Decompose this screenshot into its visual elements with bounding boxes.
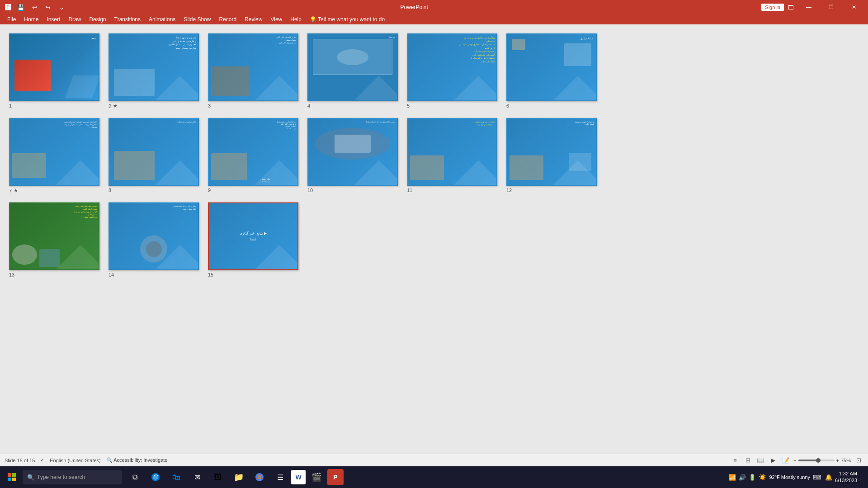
taskbar-widgets[interactable]: ☰: [270, 467, 290, 487]
menu-animations[interactable]: Animations: [145, 15, 179, 23]
weather-area: ☀️ 92°F Mostly sunny: [759, 474, 810, 481]
slide-sorter-btn[interactable]: ⊞: [743, 455, 753, 465]
slide-thumb-2[interactable]: معماری در شهر سکنااز هارمونی محیط و بنا …: [108, 33, 199, 101]
slide-item-11[interactable]: ترکیب و نحوه بهره معماریکشور اقلیم بردار…: [407, 118, 497, 193]
fit-slide-btn[interactable]: ⊡: [854, 455, 863, 465]
taskbar-store[interactable]: 🛍: [166, 467, 186, 487]
menu-slideshow[interactable]: Slide Show: [180, 15, 214, 23]
taskbar-chrome[interactable]: [250, 467, 269, 487]
slide-thumb-3[interactable]: یکی از ایاله های شکل گیریمعماری سنتی...م…: [208, 33, 298, 101]
start-button[interactable]: [2, 467, 22, 487]
sys-icons: 📶 🔊 🔋: [729, 474, 756, 481]
slide-thumb-5[interactable]: ویژگی‌های معماری بومی و سنتیسیستانشناختی…: [407, 33, 497, 101]
svg-rect-0: [8, 473, 11, 477]
taskbar-mail[interactable]: ✉: [187, 467, 207, 487]
slide-item-2[interactable]: معماری در شهر سکنااز هارمونی محیط و بنا …: [108, 33, 199, 109]
taskbar-word[interactable]: W: [291, 470, 306, 484]
slide-thumb-11[interactable]: ترکیب و نحوه بهره معماریکشور اقلیم بردار…: [407, 118, 497, 186]
slide-num-4: 4: [307, 103, 310, 108]
slide-thumb-14[interactable]: معماری قرارداد اله شده معماریاقلیم معمار…: [108, 202, 199, 270]
normal-view-btn[interactable]: ≡: [730, 455, 740, 465]
network-icon[interactable]: 📶: [729, 474, 736, 481]
notifications-icon[interactable]: 🔔: [825, 474, 832, 481]
time-area[interactable]: 1:32 AM 6/13/2023: [835, 470, 857, 484]
menu-draw[interactable]: Draw: [65, 15, 85, 23]
restore-button[interactable]: ❐: [821, 0, 842, 14]
slide-item-10[interactable]: طبیعت حامل جمع است که قدمتله شرایط 10: [307, 118, 398, 193]
slide-num-12: 12: [506, 188, 512, 193]
slide-item-5[interactable]: ویژگی‌های معماری بومی و سنتیسیستانشناختی…: [407, 33, 497, 109]
slide-item-8[interactable]: ساختمان‌هایی در هر شرایط 8: [108, 118, 199, 193]
language-indicator[interactable]: English (United States): [50, 458, 101, 463]
accessibility-btn[interactable]: 🔍 Accessibility: Investigate: [106, 457, 168, 463]
taskbar-vlc[interactable]: 🎬: [307, 467, 326, 487]
taskbar-edge[interactable]: [146, 467, 165, 487]
slide-num-10: 10: [307, 188, 313, 193]
slide-thumb-6[interactable]: حیاط مرکزی: [506, 33, 597, 101]
menu-insert[interactable]: Insert: [43, 15, 64, 23]
menu-help[interactable]: Help: [287, 15, 305, 23]
status-left: Slide 15 of 15 ✓ English (United States)…: [5, 457, 167, 463]
menu-home[interactable]: Home: [20, 15, 42, 23]
zoom-out-btn[interactable]: −: [793, 458, 796, 463]
app-icon: 🅿: [4, 3, 13, 12]
slide-thumb-12[interactable]: از طرف کشور و مهم‌ترینکشور اقلیم...: [506, 118, 597, 186]
show-desktop-btn[interactable]: [860, 470, 863, 484]
slide-num-1: 1: [9, 103, 12, 108]
slideshow-btn[interactable]: ▶: [768, 455, 778, 465]
taskbar: 🔍 Type here to search ⧉ 🛍 ✉ 🖼 📁 ☰ W 🎬: [0, 466, 868, 488]
menu-design[interactable]: Design: [85, 15, 109, 23]
slide-item-15[interactable]: ▶ منابع: خبر گذاری ایسنا 15: [208, 202, 298, 277]
save-quick-btn[interactable]: 💾: [15, 2, 26, 13]
slide-thumb-10[interactable]: طبیعت حامل جمع است که قدمتله شرایط: [307, 118, 398, 186]
status-bar: Slide 15 of 15 ✓ English (United States)…: [0, 454, 868, 466]
menu-review[interactable]: Review: [241, 15, 266, 23]
slide-thumb-8[interactable]: ساختمان‌هایی در هر شرایط: [108, 118, 199, 186]
keyboard-icon: ⌨: [813, 474, 821, 481]
taskbar-photos[interactable]: 🖼: [208, 467, 228, 487]
slide-item-3[interactable]: یکی از ایاله های شکل گیریمعماری سنتی...م…: [208, 33, 298, 109]
slide-item-12[interactable]: از طرف کشور و مهم‌ترینکشور اقلیم... 12: [506, 118, 597, 193]
slide-item-1[interactable]: پرتجم 1: [9, 33, 99, 109]
zoom-in-btn[interactable]: +: [836, 458, 839, 463]
notes-btn[interactable]: 📝: [781, 455, 791, 465]
taskbar-explorer[interactable]: 📁: [229, 467, 249, 487]
reading-view-btn[interactable]: 📖: [755, 455, 765, 465]
redo-btn[interactable]: ↪: [42, 2, 53, 13]
minimize-button[interactable]: —: [798, 0, 819, 14]
menu-tell-me[interactable]: 💡 Tell me what you want to do: [306, 15, 388, 23]
slide-thumb-7[interactable]: تأثیر جریان هوا و نور خورشید در معماری ب…: [9, 118, 99, 186]
slide-item-6[interactable]: حیاط مرکزی 6: [506, 33, 597, 109]
clock: 1:32 AM: [835, 470, 857, 477]
search-icon: 🔍: [27, 474, 34, 481]
slide-thumb-4[interactable]: متن عنوان: [307, 33, 398, 101]
zoom-level[interactable]: 75%: [841, 458, 851, 463]
slides-row-1: پرتجم 1 معماری در شهر سکنااز هارمونی محی…: [9, 33, 859, 109]
volume-icon[interactable]: 🔊: [739, 474, 746, 481]
ribbon-display-btn[interactable]: 🗖: [786, 2, 797, 13]
taskbar-taskview[interactable]: ⧉: [125, 467, 145, 487]
slide-thumb-15[interactable]: ▶ منابع: خبر گذاری ایسنا: [208, 202, 298, 270]
more-btn[interactable]: ⌄: [56, 2, 67, 13]
svg-point-7: [258, 476, 261, 479]
menu-transitions[interactable]: Transitions: [111, 15, 144, 23]
slides-row-3: معماری اقلیم اقلیم‌پایه و پرسودشهری کشور…: [9, 202, 859, 277]
close-button[interactable]: ✕: [844, 0, 864, 14]
menu-view[interactable]: View: [267, 15, 286, 23]
zoom-slider[interactable]: [798, 460, 835, 461]
menu-file[interactable]: File: [4, 15, 19, 23]
undo-btn[interactable]: ↩: [29, 2, 40, 13]
slide-thumb-1[interactable]: پرتجم: [9, 33, 99, 101]
slide-item-9[interactable]: ساختمان‌هایی در هر شرایطو طرفیت با تکنی …: [208, 118, 298, 193]
sign-in-button[interactable]: Sign in: [761, 4, 784, 11]
slide-thumb-13[interactable]: معماری اقلیم اقلیم‌پایه و پرسودشهری کشور…: [9, 202, 99, 270]
title-bar-center: PowerPoint: [400, 4, 428, 10]
slide-item-14[interactable]: معماری قرارداد اله شده معماریاقلیم معمار…: [108, 202, 199, 277]
slide-thumb-9[interactable]: ساختمان‌هایی در هر شرایطو طرفیت با تکنی …: [208, 118, 298, 186]
taskbar-powerpoint[interactable]: P: [327, 469, 344, 485]
slide-item-13[interactable]: معماری اقلیم اقلیم‌پایه و پرسودشهری کشور…: [9, 202, 99, 277]
slide-item-7[interactable]: تأثیر جریان هوا و نور خورشید در معماری ب…: [9, 118, 99, 193]
menu-record[interactable]: Record: [215, 15, 240, 23]
taskbar-search[interactable]: 🔍 Type here to search: [23, 470, 122, 484]
slide-item-4[interactable]: متن عنوان 4: [307, 33, 398, 109]
